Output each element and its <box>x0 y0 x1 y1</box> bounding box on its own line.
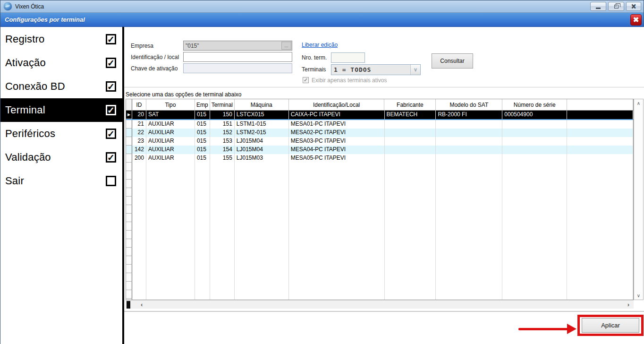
table-cell[interactable] <box>502 129 567 137</box>
table-cell[interactable]: 154 <box>210 146 235 154</box>
consultar-button[interactable]: Consultar <box>432 53 473 69</box>
identificacao-input[interactable] <box>183 52 292 62</box>
table-cell[interactable]: MESA04-PC ITAPEVI <box>289 146 385 154</box>
table-cell[interactable] <box>436 137 502 146</box>
table-cell[interactable] <box>567 120 633 129</box>
table-row[interactable]: 142AUXILIAR015154LJ015M04MESA04-PC ITAPE… <box>126 146 633 154</box>
table-cell[interactable]: 142 <box>132 146 146 154</box>
table-cell[interactable] <box>436 154 502 163</box>
table-cell[interactable]: RB-2000 FI <box>436 111 502 119</box>
empresa-browse-button[interactable]: ... <box>281 42 291 50</box>
table-cell[interactable]: LSTM1-015 <box>235 120 289 129</box>
table-cell[interactable] <box>385 137 436 146</box>
aplicar-button[interactable]: Aplicar <box>582 318 639 333</box>
table-cell[interactable]: 152 <box>210 129 235 137</box>
table-cell[interactable]: 015 <box>195 137 210 146</box>
table-cell[interactable]: MESA05-PC ITAPEVI <box>289 154 385 163</box>
table-cell[interactable]: 015 <box>195 129 210 137</box>
table-cell[interactable]: LJ015M04 <box>235 137 289 146</box>
table-cell[interactable]: 20 <box>132 111 146 119</box>
grid-column-header[interactable]: Máquina <box>235 99 289 110</box>
sidebar-item-checkbox[interactable]: ✓ <box>106 152 116 163</box>
scroll-left-icon[interactable]: ‹ <box>141 301 143 308</box>
dialog-close-button[interactable]: ✖ <box>630 14 642 26</box>
grid-column-header[interactable]: Número de série <box>502 99 567 110</box>
table-cell[interactable]: AUXILIAR <box>146 146 195 154</box>
terminal-grid[interactable]: IDTipoEmpTerminalMáquinaIdentificação/Lo… <box>126 99 634 300</box>
exibir-ativos-checkbox[interactable]: ✓ <box>303 77 309 83</box>
table-cell[interactable] <box>385 120 436 129</box>
table-cell[interactable]: 153 <box>210 137 235 146</box>
scroll-down-icon[interactable]: ∨ <box>634 292 643 300</box>
table-cell[interactable]: 22 <box>132 129 146 137</box>
table-cell[interactable]: LJ015M04 <box>235 146 289 154</box>
table-row[interactable]: 23AUXILIAR015153LJ015M04MESA03-PC ITAPEV… <box>126 137 633 146</box>
table-cell[interactable]: 155 <box>210 154 235 163</box>
sidebar-item-ativa-o[interactable]: Ativação✓ <box>0 51 122 75</box>
sidebar-item-valida-o[interactable]: Validação✓ <box>0 146 122 169</box>
table-cell[interactable] <box>567 111 633 119</box>
table-cell[interactable]: LSTM2-015 <box>235 129 289 137</box>
close-button[interactable]: ❌︎ <box>626 2 641 11</box>
liberar-edicao-link[interactable]: Liberar edição <box>302 42 338 48</box>
restore-button[interactable] <box>608 2 624 11</box>
chave-input[interactable] <box>183 63 292 73</box>
table-cell[interactable]: 015 <box>195 146 210 154</box>
table-cell[interactable] <box>502 154 567 163</box>
table-cell[interactable]: LSTCX015 <box>235 111 289 119</box>
sidebar-item-conex-o-bd[interactable]: Conexão BD✓ <box>0 75 122 98</box>
sidebar-item-registro[interactable]: Registro✓ <box>0 27 122 51</box>
table-cell[interactable] <box>436 129 502 137</box>
scroll-up-icon[interactable]: ∧ <box>634 99 643 107</box>
table-cell[interactable]: SAT <box>146 111 195 119</box>
sidebar-item-checkbox[interactable]: ✓ <box>106 58 116 68</box>
table-cell[interactable]: 000504900 <box>502 111 567 119</box>
table-cell[interactable]: AUXILIAR <box>146 154 195 163</box>
sidebar-item-checkbox[interactable]: ✓ <box>106 129 116 139</box>
table-cell[interactable]: 015 <box>195 154 210 163</box>
grid-column-header[interactable]: ID <box>132 99 146 110</box>
table-cell[interactable] <box>436 120 502 129</box>
grid-column-header[interactable]: Emp <box>195 99 210 110</box>
scroll-right-icon[interactable]: › <box>627 301 629 308</box>
table-cell[interactable] <box>385 146 436 154</box>
table-cell[interactable] <box>567 154 633 163</box>
grid-column-header[interactable]: Identificação/Local <box>289 99 385 110</box>
sidebar-item-checkbox[interactable] <box>106 176 116 186</box>
table-cell[interactable] <box>502 120 567 129</box>
table-cell[interactable]: 23 <box>132 137 146 146</box>
minimize-button[interactable] <box>590 2 606 11</box>
hscroll-thumb[interactable] <box>127 301 130 309</box>
grid-column-header[interactable] <box>567 99 633 110</box>
table-cell[interactable] <box>567 146 633 154</box>
sidebar-item-perif-ricos[interactable]: Periféricos✓ <box>0 122 122 146</box>
table-cell[interactable]: MESA03-PC ITAPEVI <box>289 137 385 146</box>
table-cell[interactable] <box>436 146 502 154</box>
sidebar-item-checkbox[interactable]: ✓ <box>106 105 116 115</box>
table-cell[interactable]: 200 <box>132 154 146 163</box>
table-row[interactable]: 22AUXILIAR015152LSTM2-015MESA02-PC ITAPE… <box>126 129 633 137</box>
table-cell[interactable]: AUXILIAR <box>146 129 195 137</box>
nro-term-input[interactable] <box>331 52 365 63</box>
table-cell[interactable]: 015 <box>195 120 210 129</box>
table-row[interactable]: 200AUXILIAR015155LJ015M03MESA05-PC ITAPE… <box>126 154 633 163</box>
table-cell[interactable] <box>385 154 436 163</box>
sidebar-item-checkbox[interactable]: ✓ <box>106 34 116 44</box>
table-cell[interactable]: 015 <box>195 111 210 119</box>
table-cell[interactable] <box>567 137 633 146</box>
table-cell[interactable]: 151 <box>210 120 235 129</box>
table-row[interactable]: ▶20SAT015150LSTCX015CAIXA-PC ITAPEVIBEMA… <box>126 111 633 120</box>
table-cell[interactable]: LJ015M03 <box>235 154 289 163</box>
terminais-dropdown[interactable]: 1 = TODOS ∨ <box>331 64 421 75</box>
table-cell[interactable] <box>385 129 436 137</box>
table-cell[interactable]: MESA01-PC ITAPEVI <box>289 120 385 129</box>
grid-vertical-scrollbar[interactable]: ∧ ∨ <box>634 99 644 300</box>
table-cell[interactable] <box>502 146 567 154</box>
grid-column-header[interactable]: Tipo <box>146 99 195 110</box>
grid-column-header[interactable]: Fabricante <box>384 99 436 110</box>
table-cell[interactable]: MESA02-PC ITAPEVI <box>289 129 385 137</box>
table-cell[interactable]: CAIXA-PC ITAPEVI <box>289 111 385 119</box>
table-row[interactable]: 21AUXILIAR015151LSTM1-015MESA01-PC ITAPE… <box>126 120 633 129</box>
grid-horizontal-scrollbar[interactable]: ‹ › <box>126 300 634 309</box>
sidebar-item-sair[interactable]: Sair <box>0 169 122 193</box>
